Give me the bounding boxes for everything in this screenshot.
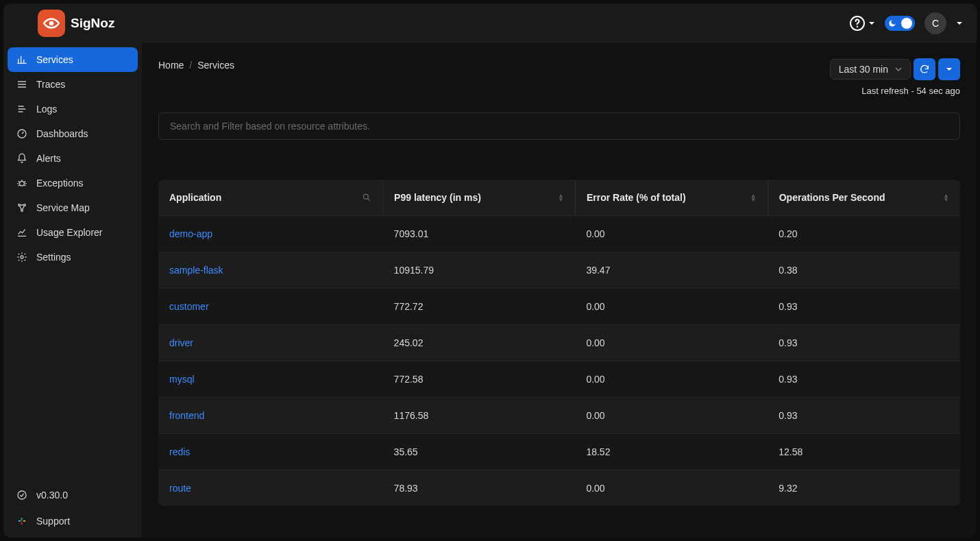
cell-p99: 7093.01 [383, 216, 576, 252]
caret-down-icon[interactable] [956, 20, 963, 27]
sidebar-item-label: Traces [36, 79, 65, 90]
sidebar-item-service-map[interactable]: Service Map [8, 195, 138, 220]
column-p99-latency[interactable]: P99 latency (in ms) ▲▼ [383, 180, 576, 216]
svg-point-8 [21, 256, 23, 259]
cell-ops: 12.58 [768, 434, 960, 470]
bug-icon [16, 178, 28, 189]
sidebar-item-dashboards[interactable]: Dashboards [8, 121, 138, 146]
slack-icon [16, 516, 28, 527]
cell-ops: 0.93 [768, 289, 960, 325]
time-range-label: Last 30 min [839, 64, 888, 75]
version-info[interactable]: v0.30.0 [8, 483, 138, 507]
chevron-down-icon [895, 66, 902, 73]
lines-icon [16, 79, 28, 90]
sidebar-item-logs[interactable]: Logs [8, 97, 138, 121]
cell-ops: 0.93 [768, 398, 960, 434]
services-table: Application P99 latency (in ms) ▲▼ [158, 180, 960, 506]
service-link[interactable]: demo-app [158, 216, 383, 252]
app-header: SigNoz [3, 3, 977, 43]
sidebar-item-traces[interactable]: Traces [8, 72, 138, 97]
table-row: customer772.720.000.93 [158, 289, 960, 325]
user-avatar[interactable]: C [924, 12, 946, 34]
service-link[interactable]: mysql [158, 361, 383, 398]
cell-p99: 772.58 [383, 361, 576, 398]
cell-error-rate: 0.00 [575, 216, 768, 252]
brand-logo[interactable]: SigNoz [38, 10, 114, 37]
service-link[interactable]: sample-flask [158, 252, 383, 289]
service-link[interactable]: frontend [158, 398, 383, 434]
svg-rect-13 [21, 522, 23, 525]
sidebar-item-exceptions[interactable]: Exceptions [8, 171, 138, 195]
help-icon [849, 15, 866, 32]
cell-ops: 0.93 [768, 361, 960, 398]
sidebar-item-settings[interactable]: Settings [8, 245, 138, 269]
service-link[interactable]: customer [158, 289, 383, 325]
cell-p99: 1176.58 [383, 398, 576, 434]
sidebar-item-services[interactable]: Services [8, 47, 138, 72]
cell-error-rate: 0.00 [575, 289, 768, 325]
search-icon[interactable] [362, 193, 371, 202]
refresh-icon [919, 64, 930, 75]
svg-rect-10 [19, 520, 21, 522]
svg-point-2 [857, 26, 858, 27]
cell-error-rate: 0.00 [575, 361, 768, 398]
refresh-options-button[interactable] [938, 58, 960, 80]
sidebar-item-label: Services [36, 54, 73, 65]
cell-p99: 78.93 [383, 470, 576, 507]
svg-point-4 [20, 181, 25, 186]
sidebar-item-label: Usage Explorer [36, 227, 103, 238]
table-row: route78.930.009.32 [158, 470, 960, 507]
sidebar-item-usage-explorer[interactable]: Usage Explorer [8, 220, 138, 245]
svg-point-0 [49, 21, 54, 26]
avatar-initial: C [932, 18, 939, 29]
sidebar: ServicesTracesLogsDashboardsAlertsExcept… [3, 43, 142, 538]
refresh-button[interactable] [914, 58, 935, 80]
support-link[interactable]: Support [8, 509, 138, 533]
gear-icon [16, 252, 28, 263]
caret-down-icon [946, 66, 953, 73]
cell-ops: 0.93 [768, 325, 960, 361]
breadcrumb-current: Services [197, 60, 234, 71]
cell-error-rate: 18.52 [575, 434, 768, 470]
dashboard-icon [16, 128, 28, 139]
bar-chart-icon [16, 54, 28, 65]
sidebar-item-label: Logs [36, 104, 57, 115]
cell-ops: 0.38 [768, 252, 960, 289]
search-input[interactable] [158, 112, 960, 140]
help-menu-button[interactable] [849, 15, 875, 32]
table-row: demo-app7093.010.000.20 [158, 216, 960, 252]
brand-text: SigNoz [71, 16, 114, 31]
map-icon [16, 202, 28, 213]
service-link[interactable]: route [158, 470, 383, 507]
cell-error-rate: 0.00 [575, 470, 768, 507]
table-row: mysql772.580.000.93 [158, 361, 960, 398]
sidebar-item-label: Alerts [36, 153, 61, 164]
toggle-knob [901, 18, 912, 29]
time-range-select[interactable]: Last 30 min [830, 59, 911, 80]
version-label: v0.30.0 [36, 490, 68, 501]
cell-p99: 772.72 [383, 289, 576, 325]
svg-point-7 [21, 210, 23, 212]
svg-point-9 [18, 491, 26, 499]
log-icon [16, 104, 28, 115]
check-circle-icon [16, 490, 28, 501]
service-link[interactable]: driver [158, 325, 383, 361]
support-label: Support [36, 516, 70, 527]
table-row: frontend1176.580.000.93 [158, 398, 960, 434]
eye-logo-icon [38, 10, 65, 37]
svg-point-5 [19, 204, 21, 206]
sort-icon: ▲▼ [943, 193, 949, 202]
breadcrumb-home[interactable]: Home [158, 60, 184, 71]
sidebar-item-label: Service Map [36, 202, 90, 213]
cell-error-rate: 0.00 [575, 325, 768, 361]
table-row: sample-flask10915.7939.470.38 [158, 252, 960, 289]
cell-error-rate: 0.00 [575, 398, 768, 434]
table-row: redis35.6518.5212.58 [158, 434, 960, 470]
column-ops-per-sec[interactable]: Operations Per Second ▲▼ [768, 180, 960, 216]
column-error-rate[interactable]: Error Rate (% of total) ▲▼ [575, 180, 768, 216]
sidebar-item-label: Settings [36, 252, 71, 263]
theme-toggle[interactable] [885, 16, 915, 31]
column-application[interactable]: Application [158, 180, 383, 216]
sidebar-item-alerts[interactable]: Alerts [8, 146, 138, 171]
service-link[interactable]: redis [158, 434, 383, 470]
